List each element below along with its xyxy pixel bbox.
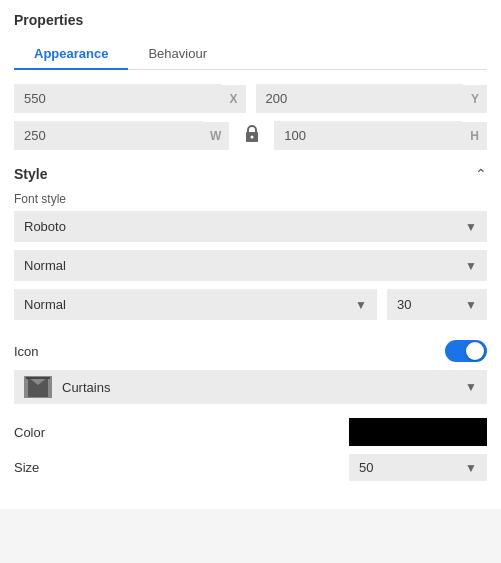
properties-panel: Properties Appearance Behaviour X Y W bbox=[0, 0, 501, 509]
icon-picker-wrapper: Curtains ▼ bbox=[14, 370, 487, 404]
size-select[interactable]: 50 25 75 100 bbox=[349, 454, 487, 481]
icon-picker[interactable]: Curtains ▼ bbox=[14, 370, 487, 404]
icon-row: Icon bbox=[14, 340, 487, 362]
x-label: X bbox=[221, 85, 245, 113]
w-input[interactable] bbox=[14, 121, 202, 150]
font-size-select[interactable]: 30 12 14 16 18 24 bbox=[387, 289, 487, 320]
icon-preview bbox=[24, 376, 52, 398]
xy-row: X Y bbox=[14, 84, 487, 113]
lock-icon[interactable] bbox=[244, 124, 260, 147]
w-label: W bbox=[202, 122, 229, 150]
svg-point-1 bbox=[250, 136, 253, 139]
font-style-select-wrapper: Normal Italic ▼ bbox=[14, 289, 377, 320]
x-group: X bbox=[14, 84, 246, 113]
color-swatch[interactable] bbox=[349, 418, 487, 446]
h-label: H bbox=[462, 122, 487, 150]
font-family-select-wrapper: Roboto Arial Helvetica ▼ bbox=[14, 211, 487, 242]
icon-toggle[interactable] bbox=[445, 340, 487, 362]
h-group: H bbox=[274, 121, 487, 150]
style-section-title: Style bbox=[14, 166, 47, 182]
w-group: W bbox=[14, 121, 229, 150]
font-weight-select[interactable]: Normal Bold Italic bbox=[14, 250, 487, 281]
style-size-row: Normal Italic ▼ 30 12 14 16 18 24 ▼ bbox=[14, 289, 487, 328]
y-input[interactable] bbox=[256, 84, 463, 113]
tab-appearance[interactable]: Appearance bbox=[14, 38, 128, 69]
size-select-wrapper: 50 25 75 100 ▼ bbox=[349, 454, 487, 481]
size-label: Size bbox=[14, 460, 39, 475]
font-style-select[interactable]: Normal Italic bbox=[14, 289, 377, 320]
wh-row: W H bbox=[14, 121, 487, 150]
tab-behaviour[interactable]: Behaviour bbox=[128, 38, 227, 69]
panel-title: Properties bbox=[14, 12, 487, 28]
style-section-header: Style ⌃ bbox=[14, 166, 487, 182]
size-row: Size 50 25 75 100 ▼ bbox=[14, 454, 487, 481]
collapse-icon[interactable]: ⌃ bbox=[475, 166, 487, 182]
svg-rect-3 bbox=[26, 377, 50, 379]
y-group: Y bbox=[256, 84, 488, 113]
icon-section-label: Icon bbox=[14, 344, 39, 359]
lock-icon-wrap bbox=[239, 124, 264, 147]
font-style-label: Font style bbox=[14, 192, 487, 206]
color-row: Color bbox=[14, 418, 487, 446]
font-family-select[interactable]: Roboto Arial Helvetica bbox=[14, 211, 487, 242]
font-size-select-wrapper: 30 12 14 16 18 24 ▼ bbox=[387, 289, 487, 320]
h-input[interactable] bbox=[274, 121, 462, 150]
x-input[interactable] bbox=[14, 84, 221, 113]
font-weight-select-wrapper: Normal Bold Italic ▼ bbox=[14, 250, 487, 281]
color-size-section: Color Size 50 25 75 100 ▼ bbox=[14, 418, 487, 481]
y-label: Y bbox=[463, 85, 487, 113]
color-label: Color bbox=[14, 425, 45, 440]
tab-bar: Appearance Behaviour bbox=[14, 38, 487, 70]
icon-name: Curtains bbox=[62, 380, 477, 395]
